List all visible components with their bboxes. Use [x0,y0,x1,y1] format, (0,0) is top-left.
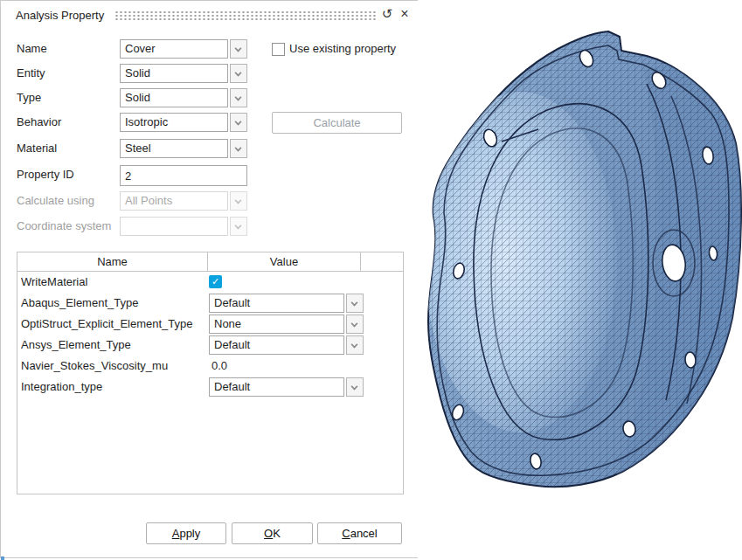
reset-icon[interactable]: ↺ [379,6,395,22]
behavior-label: Behavior [17,113,61,132]
combo-value: Default [209,294,344,313]
combo-value: Solid [120,88,228,107]
table-row: WriteMaterial ✓ [17,272,403,293]
dropdown-arrow-icon [346,315,364,334]
table-row: Navier_Stokes_Viscosity_mu 0.0 [17,356,403,377]
model-viewport[interactable] [418,0,742,560]
check-icon: ✓ [212,276,219,287]
navier-stokes-viscosity-value: 0.0 [212,356,227,377]
combo-value: Isotropic [120,113,228,132]
combo-value [120,217,228,236]
combo-value: Default [209,335,344,355]
dropdown-arrow-icon [230,113,247,132]
table-header: Name Value [17,252,403,272]
property-id-input[interactable] [120,165,247,186]
dropdown-arrow-icon [230,139,247,158]
combo-value: Default [209,377,344,397]
column-header-value: Value [208,252,361,271]
apply-button[interactable]: Apply [146,522,226,544]
application-window: Analysis Property ↺ × Name Cover Use exi… [0,0,742,560]
close-icon[interactable]: × [397,6,413,22]
ok-button[interactable]: OK [232,522,313,544]
calculate-button[interactable]: Calculate [272,112,402,134]
dropdown-arrow-icon [230,88,247,107]
dropdown-arrow-icon [346,294,364,313]
table-row: OptiStruct_Explicit_Element_Type None [17,314,403,335]
dropdown-arrow-icon [346,377,364,397]
name-label: Name [17,39,47,59]
dropdown-arrow-icon [230,191,247,211]
coordinate-system-label: Coordinate system [17,217,111,236]
dropdown-arrow-icon [230,64,247,83]
type-label: Type [17,88,41,107]
cancel-button[interactable]: Cancel [317,522,402,544]
combo-value: Cover [120,39,228,59]
entity-label: Entity [17,64,45,83]
combo-value: Solid [120,64,228,83]
combo-value: None [209,315,344,334]
use-existing-checkbox[interactable] [272,43,285,56]
property-table: Name Value WriteMaterial ✓ Abaqus_Elemen… [17,252,404,494]
table-row: Abaqus_Element_Type Default [17,293,403,314]
drag-handle[interactable] [114,10,377,21]
writematerial-checkbox[interactable]: ✓ [209,275,222,288]
use-existing-label: Use existing property [289,39,396,59]
property-id-label: Property ID [17,165,74,184]
material-label: Material [17,139,57,158]
combo-value: Steel [120,139,228,158]
combo-value: All Points [120,191,228,211]
column-header-name: Name [17,252,208,271]
table-row: Integration_type Default [17,377,403,398]
mesh-model [418,0,742,560]
dropdown-arrow-icon [230,217,247,236]
analysis-property-dialog: Analysis Property ↺ × Name Cover Use exi… [0,0,419,558]
dialog-title: Analysis Property [16,9,104,22]
calculate-using-label: Calculate using [17,191,94,211]
dropdown-arrow-icon [230,39,247,59]
dropdown-arrow-icon [346,335,364,355]
resize-grip[interactable] [1,557,4,560]
table-row: Ansys_Element_Type Default [17,335,403,356]
